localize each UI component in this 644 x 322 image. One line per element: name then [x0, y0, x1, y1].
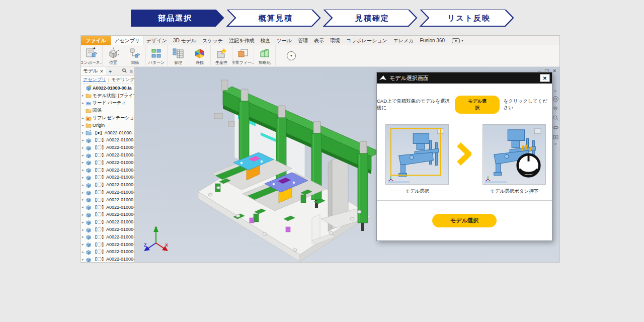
tree-item[interactable]: ▸ 【〇】A0022-01000-: [81, 233, 134, 241]
tree-item[interactable]: ▸ Origin: [81, 122, 134, 129]
ribbon-tab-1[interactable]: ファイル: [81, 36, 111, 45]
expand-arrow-icon[interactable]: ▸: [82, 183, 86, 187]
expand-arrow-icon[interactable]: ▸: [82, 123, 86, 127]
expand-arrow-icon[interactable]: ▸: [82, 146, 86, 150]
ribbon-tab-5[interactable]: スケッチ: [199, 36, 226, 45]
ribbon-tab-12[interactable]: コラボレーション: [343, 36, 390, 45]
assembly-icon: [86, 85, 92, 91]
navbar-handle[interactable]: [554, 143, 556, 145]
tree-item[interactable]: ▸ リプレゼンテーション: [81, 114, 134, 122]
add-tab-button[interactable]: +: [106, 68, 114, 74]
orbit-icon[interactable]: [552, 124, 559, 130]
ribbon-collapse-button[interactable]: ▼: [287, 51, 296, 60]
ribbon-tab-9[interactable]: 管理: [295, 36, 311, 45]
tool-productivity[interactable]: 生産性: [211, 45, 232, 66]
ribbon-tab-11[interactable]: 環境: [327, 36, 343, 45]
tool-pattern[interactable]: パターン: [146, 45, 168, 66]
expand-arrow-icon[interactable]: ▸: [82, 220, 86, 224]
tree-item[interactable]: ▸ 【〇】A0022-01000-: [81, 189, 134, 196]
tree-item[interactable]: ▸ 【〇】A0022-01000-: [81, 204, 134, 211]
tree-item[interactable]: ▸ 【〇】A0022-01000-: [81, 211, 134, 219]
expand-arrow-icon[interactable]: ▸: [82, 176, 86, 180]
tree-item[interactable]: ▸ 【〇】A0022-01000-: [81, 218, 134, 226]
expand-arrow-icon[interactable]: ▸: [82, 228, 86, 232]
dialog-close-button[interactable]: ✕: [540, 74, 550, 82]
close-icon[interactable]: ✕: [552, 68, 556, 73]
expand-arrow-icon[interactable]: ▸: [82, 160, 86, 165]
chevron-down-icon[interactable]: ▾: [461, 38, 463, 43]
link-assembly[interactable]: アセンブリ: [83, 76, 106, 83]
expand-arrow-icon[interactable]: ▸: [82, 168, 86, 172]
tree-item[interactable]: ▸ 【〇】A0022-01000-: [81, 167, 134, 174]
tree-item-label: サード パーティ: [93, 100, 126, 106]
search-icon[interactable]: [121, 68, 128, 74]
expand-arrow-icon[interactable]: ▸: [82, 243, 86, 247]
tool-relations[interactable]: 関係: [124, 45, 146, 66]
dialog-title-bar[interactable]: モデル選択画面 ✕: [377, 72, 552, 84]
expand-arrow-icon[interactable]: ▸: [82, 94, 86, 98]
page-background: 部品選択 概算見積 見積確定 リスト反映 ファイルアセンブリデザイン3D モデル…: [0, 0, 644, 322]
arrow-next-icon: [456, 142, 471, 166]
tree-item[interactable]: ▸ サード パーティ: [81, 100, 134, 107]
zoom-icon[interactable]: [552, 114, 559, 121]
breadcrumb-step-label: 部品選択: [158, 14, 192, 22]
tool-position[interactable]: 位置: [103, 45, 124, 66]
expand-arrow-icon[interactable]: ▸: [82, 213, 86, 217]
look-at-icon[interactable]: [552, 133, 559, 140]
model-browser-panel: モデル ✕ + ≡ アセンブリ | モデリング A0022-01: [81, 67, 135, 262]
expand-arrow-icon[interactable]: ▸: [82, 138, 86, 142]
expand-arrow-icon[interactable]: ▸: [82, 131, 86, 135]
expand-arrow-icon[interactable]: ▸: [82, 101, 86, 105]
tree-item[interactable]: ▸ 【〇】A0022-01000-: [81, 249, 134, 256]
expand-arrow-icon[interactable]: ▸: [82, 198, 86, 202]
link-modeling[interactable]: モデリング: [111, 76, 134, 83]
expand-arrow-icon[interactable]: ▸: [82, 250, 86, 254]
menu-icon[interactable]: ≡: [128, 68, 134, 74]
ribbon-tab-14[interactable]: Fusion 360: [417, 36, 448, 45]
ribbon-tab-8[interactable]: ツール: [273, 36, 294, 45]
model-select-button[interactable]: モデル選択: [432, 214, 497, 227]
ribbon-tab-2[interactable]: アセンブリ: [111, 36, 143, 45]
ribbon-tab-4[interactable]: 3D モデル: [170, 36, 199, 45]
tool-simplify[interactable]: 簡略化: [254, 45, 276, 66]
expand-arrow-icon[interactable]: ▸: [82, 205, 86, 209]
tree-item[interactable]: ▸ モデル状態: [プライマ: [81, 92, 134, 100]
pan-icon[interactable]: [552, 105, 559, 111]
tree-item[interactable]: ▸ 【〇】A0022-01000-: [81, 159, 134, 167]
tool-work-features[interactable]: 作業フィー...: [232, 45, 254, 66]
tool-component[interactable]: コンポーネ...: [81, 45, 103, 66]
tree-item[interactable]: 関係: [81, 107, 134, 114]
expand-arrow-icon[interactable]: ▸: [82, 116, 86, 120]
tree-item[interactable]: A0022-01000-00.ia: [81, 85, 134, 92]
expand-arrow-icon[interactable]: ▸: [82, 258, 86, 262]
tool-appearance[interactable]: 外観: [189, 45, 211, 66]
tree-item[interactable]: ▸ 【〇】A0022-01000-: [81, 241, 134, 249]
model-select-dialog: モデル選択画面 ✕ CAD上で見積対象のモデルを選択後に モデル選択 をクリック…: [376, 72, 552, 241]
expand-arrow-icon[interactable]: ▸: [82, 153, 86, 157]
tree-item[interactable]: ▸ 【〇】A0022-01000-: [81, 137, 134, 144]
tree-item[interactable]: ▸ 【●】A0022-01000-: [81, 129, 134, 137]
tree-item[interactable]: ▸ 【〇】A0022-01000-: [81, 226, 134, 233]
ribbon-tab-3[interactable]: デザイン: [143, 36, 170, 45]
expand-arrow-icon[interactable]: ▸: [82, 235, 86, 239]
ribbon-tab-6[interactable]: 注記を作成: [226, 36, 257, 45]
tree-item[interactable]: ▸ 【〇】A0022-01000-: [81, 151, 134, 159]
tree-item[interactable]: ▸ 【〇】A0022-01000-: [81, 144, 134, 151]
tree-item[interactable]: ▸ 【〇】A0022-01000-: [81, 196, 134, 204]
tree-item[interactable]: ▸ 【〇】A0022-01000-: [81, 181, 134, 189]
screen-record-icon[interactable]: [452, 38, 460, 43]
tool-manage[interactable]: 管理: [168, 45, 189, 66]
dialog-illustrations: [377, 124, 552, 185]
tab-model[interactable]: モデル ✕: [81, 67, 106, 75]
tree-item[interactable]: ▸ 【〇】A0022-01000-: [81, 256, 134, 262]
tree-item[interactable]: ▸ 【〇】A0022-01000-: [81, 174, 134, 182]
ribbon-tab-13[interactable]: エレメカ: [390, 36, 417, 45]
expand-arrow-icon[interactable]: ▸: [82, 191, 86, 195]
navbar-handle[interactable]: [554, 90, 556, 92]
full-navigation-wheel-icon[interactable]: [552, 95, 559, 102]
inline-model-select-button[interactable]: モデル選択: [455, 96, 500, 114]
tree-item-label: 【〇】A0022-01000-: [93, 174, 134, 181]
ribbon-tab-7[interactable]: 検査: [257, 36, 273, 45]
ribbon-tab-10[interactable]: 表示: [311, 36, 327, 45]
close-tab-icon[interactable]: ✕: [100, 69, 104, 74]
